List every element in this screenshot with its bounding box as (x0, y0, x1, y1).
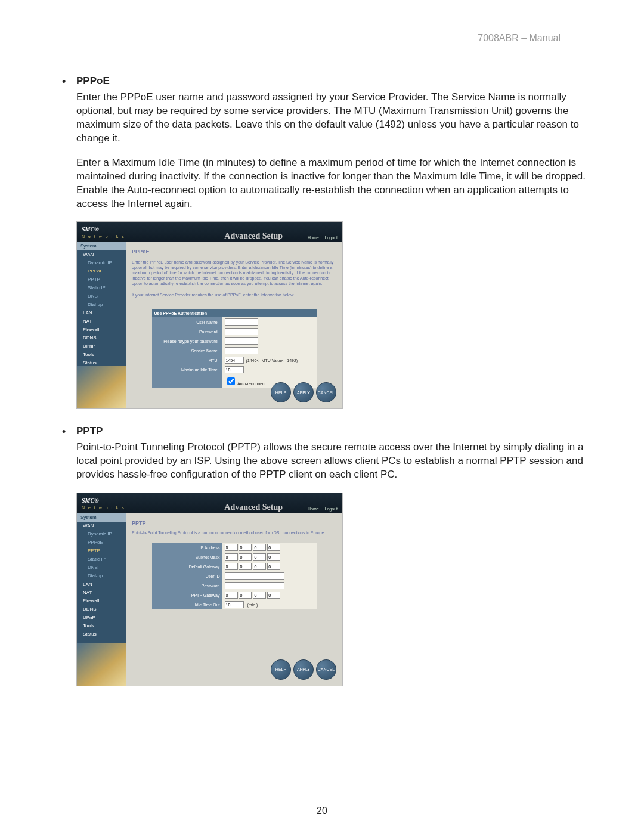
gw-oct-4[interactable] (267, 563, 280, 570)
sidebar-item-system[interactable]: System (77, 242, 126, 250)
sidebar-item-upnp[interactable]: UPnP (77, 342, 126, 351)
doc-header: 7008ABR – Manual (478, 33, 561, 44)
input-retype[interactable] (225, 337, 258, 345)
sidebar-item-dialup[interactable]: Dial-up (77, 301, 126, 309)
help-button[interactable]: HELP (271, 382, 291, 402)
mask-oct-2[interactable] (239, 553, 252, 561)
auto-reconnect-checkbox[interactable] (227, 377, 235, 385)
pane-desc: Enter the PPPoE user name and password a… (132, 259, 336, 286)
sidebar-item-wan[interactable]: WAN (77, 522, 126, 530)
sidebar-item-tools[interactable]: Tools (77, 622, 126, 630)
pppoe-title: PPPoE (76, 75, 590, 88)
lbl-service: Service Name : (152, 346, 222, 355)
sidebar-item-static-ip[interactable]: Static IP (77, 555, 126, 563)
cancel-button[interactable]: CANCEL (316, 659, 336, 680)
sidebar-item-pppoe[interactable]: PPPoE (77, 267, 126, 275)
apply-button[interactable]: APPLY (293, 659, 314, 680)
ip-oct-4[interactable] (267, 544, 280, 551)
sidebar-image (77, 366, 126, 408)
sidebar-item-dns[interactable]: DNS (77, 292, 126, 301)
lbl-gw: Default Gateway (152, 562, 222, 571)
sidebar-image (77, 643, 126, 686)
sidebar-item-ddns[interactable]: DDNS (77, 605, 126, 614)
sidebar-item-tools[interactable]: Tools (77, 351, 126, 359)
section-pptp: PPTP Point-to-Point Tunneling Protocol (… (54, 425, 590, 686)
mask-oct-3[interactable] (253, 553, 266, 561)
sidebar-item-dynamic-ip[interactable]: Dynamic IP (77, 259, 126, 267)
cancel-button[interactable]: CANCEL (316, 382, 336, 402)
logout-button[interactable]: Logout (325, 507, 338, 511)
smc-networks: N e t w o r k s (82, 505, 125, 510)
pgw-oct-2[interactable] (239, 592, 252, 599)
sidebar-item-ddns[interactable]: DDNS (77, 334, 126, 342)
input-service[interactable] (225, 347, 258, 354)
sidebar-item-wan[interactable]: WAN (77, 250, 126, 259)
page-number: 20 (0, 806, 644, 816)
sidebar-item-dns[interactable]: DNS (77, 563, 126, 572)
home-button[interactable]: Home (308, 236, 319, 240)
pane-note: If your Internet Service Provider requir… (132, 292, 336, 298)
mask-oct-1[interactable] (225, 553, 238, 561)
sidebar-item-nat[interactable]: NAT (77, 317, 126, 326)
screenshot-pptp: SMC® N e t w o r k s Advanced Setup Home… (76, 493, 343, 686)
ip-oct-3[interactable] (253, 544, 266, 551)
section-pppoe: PPPoE Enter the PPPoE user name and pass… (54, 75, 590, 409)
input-idle[interactable] (225, 366, 244, 373)
pane-desc: Point-to-Point Tunneling Protocol is a c… (132, 530, 336, 535)
pptp-pane: PPTP Point-to-Point Tunneling Protocol i… (126, 513, 342, 686)
sidebar-item-static-ip[interactable]: Static IP (77, 284, 126, 292)
pptp-para-1: Point-to-Point Tunneling Protocol (PPTP)… (76, 441, 590, 482)
gw-oct-1[interactable] (225, 563, 238, 570)
pptp-title: PPTP (76, 425, 590, 438)
lbl-retype: Please retype your password : (152, 336, 222, 346)
gw-oct-2[interactable] (239, 563, 252, 570)
sidebar-item-firewall[interactable]: Firewall (77, 597, 126, 605)
sidebar-item-nat[interactable]: NAT (77, 589, 126, 597)
input-mtu[interactable] (225, 357, 244, 364)
smc-networks: N e t w o r k s (82, 234, 125, 239)
smc-logo: SMC® (82, 494, 99, 505)
lbl-idle: Idle Time Out (152, 600, 222, 609)
lbl-pass: Password (152, 581, 222, 590)
sidebar-item-status[interactable]: Status (77, 630, 126, 639)
logout-button[interactable]: Logout (325, 236, 338, 240)
sidebar-item-dialup[interactable]: Dial-up (77, 572, 126, 580)
input-user[interactable] (225, 318, 258, 326)
lbl-user: User ID (152, 571, 222, 581)
input-password[interactable] (225, 582, 284, 589)
apply-button[interactable]: APPLY (293, 382, 314, 402)
mask-oct-4[interactable] (267, 553, 280, 561)
sidebar-item-pppoe[interactable]: PPPoE (77, 538, 126, 547)
sidebar-item-system[interactable]: System (77, 513, 126, 522)
input-user-id[interactable] (225, 572, 284, 580)
pgw-oct-3[interactable] (253, 592, 266, 599)
sidebar-item-pptp[interactable]: PPTP (77, 275, 126, 284)
pppoe-para-1: Enter the PPPoE user name and password a… (76, 91, 590, 145)
sidebar-item-dynamic-ip[interactable]: Dynamic IP (77, 530, 126, 538)
sidebar-item-upnp[interactable]: UPnP (77, 614, 126, 622)
sidebar-item-lan[interactable]: LAN (77, 309, 126, 317)
screenshot-pppoe: SMC® N e t w o r k s Advanced Setup Home… (76, 221, 343, 409)
pppoe-para-2: Enter a Maximum Idle Time (in minutes) t… (76, 156, 590, 211)
lbl-idle: Maximum Idle Time : (152, 365, 222, 374)
gw-oct-3[interactable] (253, 563, 266, 570)
router-header: SMC® N e t w o r k s Advanced Setup Home… (77, 493, 342, 513)
pgw-oct-1[interactable] (225, 592, 238, 599)
ip-oct-2[interactable] (239, 544, 252, 551)
pgw-oct-4[interactable] (267, 592, 280, 599)
input-idle-timeout[interactable] (225, 601, 244, 608)
pppoe-form: Use PPPoE Authentication User Name : Pas… (152, 309, 317, 388)
ip-oct-1[interactable] (225, 544, 238, 551)
sidebar-item-lan[interactable]: LAN (77, 580, 126, 589)
sidebar-item-firewall[interactable]: Firewall (77, 326, 126, 334)
lbl-pgw: PPTP Gateway (152, 590, 222, 600)
input-pass[interactable] (225, 328, 258, 335)
home-button[interactable]: Home (308, 507, 319, 511)
help-button[interactable]: HELP (271, 659, 291, 680)
router-header: SMC® N e t w o r k s Advanced Setup Home… (77, 222, 342, 242)
lbl-mtu: MTU : (152, 355, 222, 365)
form-header: Use PPPoE Authentication (152, 309, 317, 317)
sidebar-item-pptp[interactable]: PPTP (77, 547, 126, 555)
lbl-mask: Subnet Mask (152, 552, 222, 562)
idle-unit: (min.) (247, 603, 258, 607)
